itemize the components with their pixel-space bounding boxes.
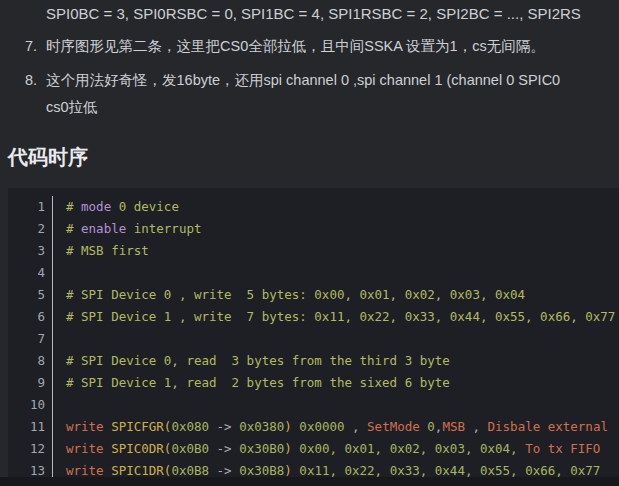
code-token: 0x0380 (239, 419, 284, 434)
code-line-text: # SPI Device 1 , write 7 bytes: 0x11, 0x… (53, 306, 615, 328)
code-token: 0x11, 0x22, 0x33, 0x44, 0x55, 0x66, 0x77 (299, 463, 600, 478)
code-line-text: # SPI Device 1, read 2 bytes from the si… (53, 372, 450, 394)
code-line: 10 (8, 394, 619, 416)
code-token: 0x080 (171, 419, 209, 434)
code-token: SPICFGR( (111, 419, 171, 434)
code-token: SPIC1DR( (111, 463, 171, 478)
code-token: -> (209, 463, 239, 478)
code-token: SPIC0DR( (111, 441, 171, 456)
code-token: , (465, 419, 488, 434)
line-number: 4 (8, 262, 53, 284)
code-token: # SPI Device 0 , write 5 bytes: 0x00, 0x… (66, 287, 525, 302)
code-token: # (66, 199, 81, 214)
list-item-text: cs0拉低 (46, 99, 98, 115)
code-token: 0x0B8 (171, 463, 209, 478)
list-item-text: 时序图形见第二条，这里把CS0全部拉低，且中间SSKA 设置为1，cs无间隔。 (46, 38, 545, 54)
code-line: 2# enable interrupt (8, 218, 619, 240)
code-token: 0x30B0 (239, 441, 284, 456)
line-number: 11 (8, 416, 53, 438)
code-token: interrupt (126, 221, 201, 236)
code-token: # (66, 221, 81, 236)
code-line: 6# SPI Device 1 , write 7 bytes: 0x11, 0… (8, 306, 619, 328)
code-token: ) (284, 463, 292, 478)
code-token: 0x0000 (299, 419, 344, 434)
code-token: 0 (427, 419, 435, 434)
code-line: 1# mode 0 device (8, 196, 619, 218)
code-line: 9# SPI Device 1, read 2 bytes from the s… (8, 372, 619, 394)
code-line-text (53, 262, 66, 284)
code-lines-container: 1# mode 0 device2# enable interrupt3# MS… (8, 196, 619, 482)
list-item-line: cs0拉低 (0, 94, 619, 121)
code-line: 7 (8, 328, 619, 350)
code-token: ) (284, 419, 292, 434)
code-token: # SPI Device 0, read 3 bytes from the th… (66, 353, 450, 368)
code-line: 4 (8, 262, 619, 284)
code-line-text: # SPI Device 0 , write 5 bytes: 0x00, 0x… (53, 284, 525, 306)
code-line-text: # enable interrupt (53, 218, 201, 240)
code-token: MSB (442, 419, 465, 434)
code-line: 3# MSB first (8, 240, 619, 262)
code-line-text: write SPICFGR(0x080 -> 0x0380) 0x0000 , … (53, 416, 608, 438)
code-line: 5# SPI Device 0 , write 5 bytes: 0x00, 0… (8, 284, 619, 306)
list-item-line: 7.时序图形见第二条，这里把CS0全部拉低，且中间SSKA 设置为1，cs无间隔… (0, 33, 619, 60)
code-line-text: write SPIC0DR(0x0B0 -> 0x30B0) 0x00, 0x0… (53, 438, 600, 460)
list-item-line: 8.这个用法好奇怪，发16byte，还用spi channel 0 ,spi c… (0, 67, 619, 94)
list-item-text: 这个用法好奇怪，发16byte，还用spi channel 0 ,spi cha… (46, 72, 560, 88)
code-line-text: # mode 0 device (53, 196, 179, 218)
code-token: To tx FIFO (525, 441, 600, 456)
code-token: enable (81, 221, 126, 236)
code-token: mode (81, 199, 111, 214)
line-number: 6 (8, 306, 53, 328)
line-number: 1 (8, 196, 53, 218)
line-number: 7 (8, 328, 53, 350)
code-token: 0x0B0 (171, 441, 209, 456)
line-number: 8 (8, 350, 53, 372)
code-line-text (53, 394, 66, 416)
code-token (518, 441, 526, 456)
code-token: 0 device (111, 199, 179, 214)
code-line-text: # MSB first (53, 240, 149, 262)
code-line: 8# SPI Device 0, read 3 bytes from the t… (8, 350, 619, 372)
code-line: 12write SPIC0DR(0x0B0 -> 0x30B0) 0x00, 0… (8, 438, 619, 460)
ordered-list: 7.时序图形见第二条，这里把CS0全部拉低，且中间SSKA 设置为1，cs无间隔… (0, 33, 619, 121)
horizontal-scrollbar-track[interactable] (0, 477, 619, 486)
line-number: 3 (8, 240, 53, 262)
line-number: 9 (8, 372, 53, 394)
code-token: # SPI Device 1, read 2 bytes from the si… (66, 375, 450, 390)
list-item-continuation-text: SPI0BC = 3, SPI0RSBC = 0, SPI1BC = 4, SP… (46, 0, 581, 27)
code-token: write (66, 441, 104, 456)
code-token: 0x30B8 (239, 463, 284, 478)
list-item-number: 8. (25, 67, 37, 94)
code-token: ) (284, 441, 292, 456)
code-token: -> (209, 441, 239, 456)
code-token: # SPI Device 1 , write 7 bytes: 0x11, 0x… (66, 309, 615, 324)
code-token: 0x00, 0x01, 0x02, 0x03, 0x04, (299, 441, 517, 456)
code-token: Disbale external (488, 419, 608, 434)
section-heading: 代码时序 (8, 144, 88, 170)
code-token: write (66, 419, 104, 434)
line-number: 5 (8, 284, 53, 306)
code-token: # MSB first (66, 243, 149, 258)
list-item-number: 7. (25, 33, 37, 60)
code-token: -> (209, 419, 239, 434)
line-number: 12 (8, 438, 53, 460)
code-token: , (345, 419, 368, 434)
line-number: 10 (8, 394, 53, 416)
line-number: 2 (8, 218, 53, 240)
code-block: 1# mode 0 device2# enable interrupt3# MS… (8, 188, 619, 486)
code-token: SetMode (367, 419, 427, 434)
code-line-text (53, 328, 66, 350)
code-token: write (66, 463, 104, 478)
code-line: 11write SPICFGR(0x080 -> 0x0380) 0x0000 … (8, 416, 619, 438)
code-line-text: # SPI Device 0, read 3 bytes from the th… (53, 350, 450, 372)
